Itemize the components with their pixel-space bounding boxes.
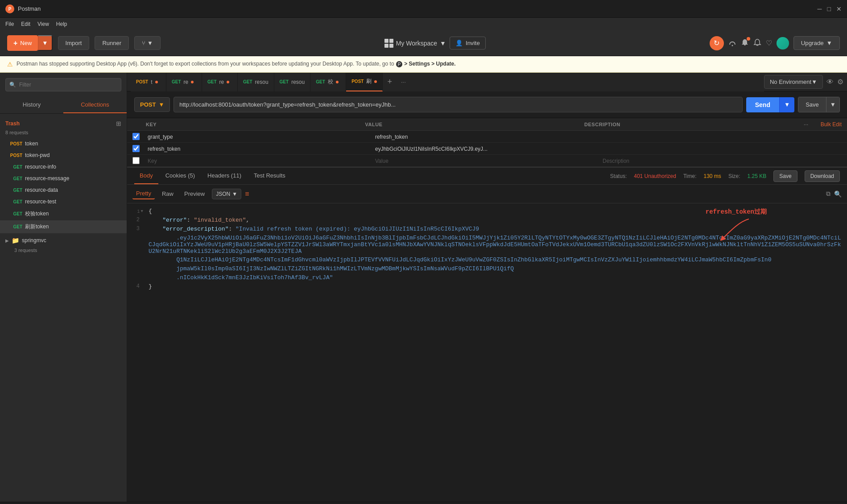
response-tabs: Body Cookies (5) Headers (11) Test Resul… bbox=[127, 168, 847, 185]
add-tab-button[interactable]: + bbox=[383, 77, 397, 87]
tab-label: 刷 bbox=[366, 78, 372, 85]
workspace-button[interactable]: My Workspace ▼ bbox=[384, 39, 446, 48]
close-button[interactable]: ✕ bbox=[836, 5, 842, 12]
status-label: Status: bbox=[610, 173, 627, 179]
tab-post-t[interactable]: POST t bbox=[131, 73, 166, 91]
runner-button[interactable]: Runner bbox=[95, 36, 129, 50]
tab-collections[interactable]: Collections bbox=[63, 97, 127, 113]
row-checkbox[interactable] bbox=[132, 133, 146, 140]
app-title: Postman bbox=[18, 5, 818, 12]
send-button[interactable]: Send bbox=[746, 97, 779, 112]
resp-tab-cookies[interactable]: Cookies (5) bbox=[160, 168, 200, 184]
avatar[interactable] bbox=[777, 37, 789, 50]
tab-get-re-1[interactable]: GET re bbox=[166, 73, 202, 91]
toolbar-center: My Workspace ▼ 👤 Invite bbox=[166, 37, 704, 50]
method-label: POST bbox=[140, 101, 156, 108]
minimize-button[interactable]: ─ bbox=[818, 5, 822, 12]
upgrade-button[interactable]: Upgrade ▼ bbox=[793, 36, 840, 50]
workspace-icon bbox=[384, 39, 393, 48]
menu-edit[interactable]: Edit bbox=[21, 21, 30, 27]
maximize-button[interactable]: □ bbox=[827, 5, 831, 12]
import-button[interactable]: Import bbox=[58, 36, 90, 50]
tab-method-get: GET bbox=[316, 79, 325, 84]
sidebar-item-resource-info[interactable]: GET resource-info bbox=[0, 161, 127, 173]
warning-bar: ⚠ Postman has stopped supporting Desktop… bbox=[0, 56, 847, 73]
notification-button[interactable] bbox=[741, 38, 749, 48]
save-dropdown-button[interactable]: ▼ bbox=[826, 97, 840, 112]
menu-help[interactable]: Help bbox=[56, 21, 67, 27]
more-options-icon[interactable]: ··· bbox=[804, 121, 809, 128]
menu-view[interactable]: View bbox=[37, 21, 49, 27]
fork-button[interactable]: ⑂ ▼ bbox=[134, 36, 161, 50]
resp-tab-headers[interactable]: Headers (11) bbox=[202, 168, 247, 184]
signal-button[interactable] bbox=[728, 38, 736, 48]
sidebar-item-resource-test[interactable]: GET resource-test bbox=[0, 196, 127, 207]
response-download-button[interactable]: Download bbox=[805, 170, 840, 182]
group-chevron-icon: ▶ bbox=[5, 238, 9, 243]
toolbar-right: ↻ ♡ Upgrade ▼ bbox=[710, 36, 840, 50]
sync-button[interactable]: ↻ bbox=[710, 36, 724, 50]
format-chevron-icon: ▼ bbox=[232, 191, 237, 197]
search-input[interactable] bbox=[5, 78, 121, 91]
sidebar-item-token-pwd[interactable]: POST token-pwd bbox=[0, 149, 127, 161]
response-save-button[interactable]: Save bbox=[773, 170, 797, 182]
format-select[interactable]: JSON ▼ bbox=[212, 189, 241, 199]
view-raw-button[interactable]: Raw bbox=[158, 189, 177, 199]
copy-response-button[interactable]: ⧉ bbox=[826, 190, 830, 198]
item-name: resource-message bbox=[25, 175, 69, 182]
sidebar-group-springmvc[interactable]: ▶ 📁 springmvc bbox=[0, 233, 127, 248]
sidebar-item-token[interactable]: POST token bbox=[0, 138, 127, 149]
params-header-row: KEY VALUE DESCRIPTION ··· Bulk Edit bbox=[127, 118, 847, 131]
window-controls: ─ □ ✕ bbox=[818, 5, 842, 12]
resp-tab-body[interactable]: Body bbox=[134, 168, 158, 184]
send-dropdown-button[interactable]: ▼ bbox=[779, 97, 794, 112]
tab-get-resou-2[interactable]: GET resou bbox=[274, 73, 311, 91]
tab-label: re bbox=[219, 79, 224, 85]
trash-label[interactable]: Trash bbox=[5, 120, 20, 127]
method-select[interactable]: POST ▼ bbox=[134, 97, 170, 112]
search-response-button[interactable]: 🔍 bbox=[834, 190, 842, 198]
environment-select[interactable]: No Environment ▼ bbox=[764, 75, 823, 89]
env-settings-button[interactable]: ⚙ bbox=[837, 78, 843, 86]
bell-button[interactable] bbox=[753, 38, 761, 48]
bulk-edit-button[interactable]: Bulk Edit bbox=[821, 121, 842, 128]
save-button[interactable]: Save bbox=[798, 97, 826, 112]
row-checkbox-2[interactable] bbox=[132, 145, 146, 152]
wrap-lines-icon[interactable]: ≡ bbox=[245, 190, 249, 198]
method-badge-get: GET bbox=[5, 199, 22, 204]
param-key-1: grant_type bbox=[148, 134, 173, 140]
response-status: Status: 401 Unauthorized Time: 130 ms Si… bbox=[610, 170, 840, 182]
request-bar: POST ▼ Send ▼ Save ▼ bbox=[127, 91, 847, 118]
more-tabs-button[interactable]: ··· bbox=[397, 78, 410, 85]
row-checkbox-empty[interactable] bbox=[132, 157, 146, 164]
tab-dot bbox=[155, 81, 158, 83]
params-table: KEY VALUE DESCRIPTION ··· Bulk Edit gran… bbox=[127, 118, 847, 167]
sidebar-item-refresh-token[interactable]: GET 刷新token bbox=[0, 220, 127, 233]
tab-get-resou-1[interactable]: GET resou bbox=[238, 73, 274, 91]
invite-button[interactable]: 👤 Invite bbox=[450, 37, 486, 50]
env-eye-button[interactable]: 👁 bbox=[826, 78, 834, 86]
view-preview-button[interactable]: Preview bbox=[181, 189, 208, 199]
menu-file[interactable]: File bbox=[5, 21, 14, 27]
param-desc-empty[interactable]: Description bbox=[603, 158, 629, 164]
tab-get-re-2[interactable]: GET re bbox=[202, 73, 238, 91]
param-value-empty[interactable]: Value bbox=[375, 158, 388, 164]
view-pretty-button[interactable]: Pretty bbox=[132, 188, 155, 199]
tab-post-refresh[interactable]: POST 刷 bbox=[346, 73, 383, 91]
param-value-1: refresh_token bbox=[375, 134, 408, 140]
new-button[interactable]: + New bbox=[7, 35, 38, 51]
header-key: KEY bbox=[146, 122, 365, 127]
new-dropdown-button[interactable]: ▼ bbox=[38, 35, 52, 51]
new-collection-icon[interactable]: ⊞ bbox=[116, 120, 121, 127]
response-section: Body Cookies (5) Headers (11) Test Resul… bbox=[127, 167, 847, 295]
param-key-empty[interactable]: Key bbox=[148, 158, 157, 164]
tab-get-verify[interactable]: GET 校 bbox=[310, 73, 346, 91]
sidebar-item-verify-token[interactable]: GET 校验token bbox=[0, 207, 127, 220]
heart-button[interactable]: ♡ bbox=[766, 39, 772, 47]
tab-history[interactable]: History bbox=[0, 97, 63, 113]
sidebar-item-resource-message[interactable]: GET resource-message bbox=[0, 173, 127, 184]
sidebar-item-resource-data[interactable]: GET resource-data bbox=[0, 184, 127, 196]
resp-tab-test-results[interactable]: Test Results bbox=[248, 168, 291, 184]
url-input[interactable] bbox=[174, 97, 742, 112]
new-button-group: + New ▼ bbox=[7, 35, 53, 51]
